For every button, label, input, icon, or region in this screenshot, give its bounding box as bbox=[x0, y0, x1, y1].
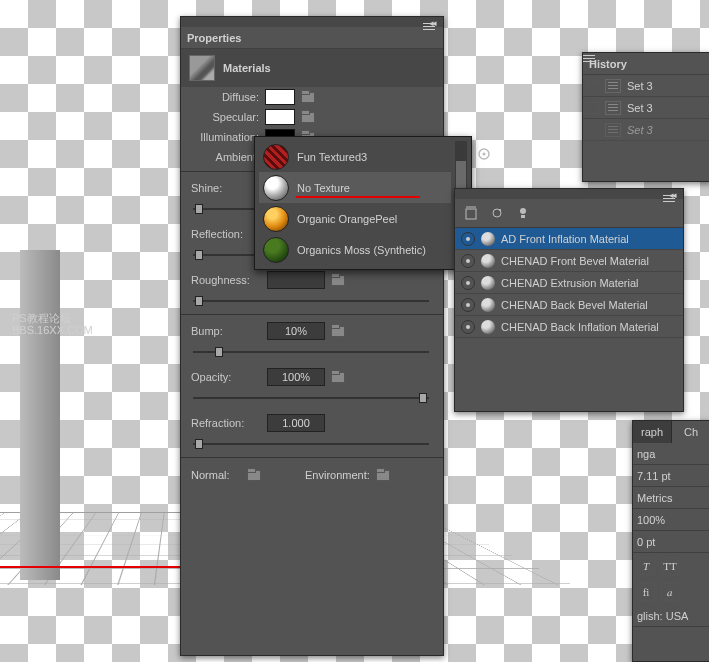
language-row[interactable]: glish: USA bbox=[633, 605, 709, 627]
watermark-line: PS教程论坛 bbox=[12, 312, 93, 324]
history-item[interactable]: Set 3 bbox=[583, 97, 709, 119]
baseline-row[interactable]: 0 pt bbox=[633, 531, 709, 553]
kerning-row[interactable]: Metrics bbox=[633, 487, 709, 509]
material-ball-icon bbox=[481, 298, 495, 312]
diffuse-label: Diffuse: bbox=[189, 91, 259, 103]
opacity-texture-icon[interactable] bbox=[331, 370, 347, 384]
material-name: CHENAD Extrusion Material bbox=[501, 277, 639, 289]
history-step-icon bbox=[605, 79, 621, 93]
eye-icon[interactable] bbox=[461, 276, 475, 290]
svg-point-5 bbox=[499, 209, 501, 211]
annotation-underline bbox=[296, 196, 420, 198]
environment-texture-icon[interactable] bbox=[376, 468, 392, 482]
type-style-row-2: fi 𝑎 bbox=[633, 579, 709, 605]
history-checkbox[interactable] bbox=[587, 102, 599, 114]
panel-menu-icon[interactable] bbox=[689, 58, 705, 70]
specular-texture-icon[interactable] bbox=[301, 110, 317, 124]
materials-icon bbox=[189, 55, 215, 81]
materials-section-header: Materials bbox=[181, 49, 443, 87]
roughness-value[interactable] bbox=[267, 271, 325, 289]
shine-label: Shine: bbox=[191, 182, 261, 194]
type-style-row: T TT bbox=[633, 553, 709, 579]
bump-label: Bump: bbox=[191, 325, 261, 337]
material-ball-icon bbox=[481, 232, 495, 246]
reflection-label: Reflection: bbox=[191, 228, 261, 240]
allcaps-button[interactable]: TT bbox=[661, 557, 679, 575]
texture-name: Fun Textured3 bbox=[297, 151, 367, 163]
ligature-button[interactable]: fi bbox=[637, 583, 655, 601]
kerning-value: Metrics bbox=[637, 492, 672, 504]
eye-icon[interactable] bbox=[461, 320, 475, 334]
history-label: Set 3 bbox=[627, 124, 653, 136]
texture-item-orange-peel[interactable]: Organic OrangePeel bbox=[259, 203, 451, 234]
material-name: CHENAD Front Bevel Material bbox=[501, 255, 649, 267]
baseline-value: 0 pt bbox=[637, 536, 655, 548]
tab-paragraph[interactable]: raph bbox=[633, 421, 672, 443]
specular-label: Specular: bbox=[189, 111, 259, 123]
history-checkbox[interactable] bbox=[587, 124, 599, 136]
tab-character[interactable]: Ch bbox=[672, 421, 709, 443]
texture-thumb bbox=[263, 206, 289, 232]
svg-rect-2 bbox=[466, 209, 476, 219]
history-item[interactable]: Set 3 bbox=[583, 75, 709, 97]
character-panel: raph Ch nga 7.11 pt Metrics 100% 0 pt T … bbox=[632, 420, 709, 662]
texture-item-no-texture[interactable]: No Texture bbox=[259, 172, 451, 203]
ambient-label: Ambient: bbox=[189, 151, 259, 163]
history-label: Set 3 bbox=[627, 80, 653, 92]
material-item-back-bevel[interactable]: CHENAD Back Bevel Material bbox=[455, 294, 683, 316]
panel-menu-icon[interactable] bbox=[663, 193, 679, 205]
specular-swatch[interactable] bbox=[265, 109, 295, 125]
material-item-front-inflation[interactable]: AD Front Inflation Material bbox=[455, 228, 683, 250]
history-step-icon bbox=[605, 123, 621, 137]
texture-item-moss[interactable]: Organics Moss (Synthetic) bbox=[259, 234, 451, 265]
refraction-value[interactable]: 1.000 bbox=[267, 414, 325, 432]
svg-point-1 bbox=[483, 153, 486, 156]
material-name: AD Front Inflation Material bbox=[501, 233, 629, 245]
diffuse-texture-icon[interactable] bbox=[301, 90, 317, 104]
eye-icon[interactable] bbox=[461, 298, 475, 312]
svg-rect-7 bbox=[521, 215, 525, 218]
eye-icon[interactable] bbox=[461, 232, 475, 246]
properties-panel: ◂◂ Properties Materials Diffuse: Specula… bbox=[180, 16, 444, 656]
eye-icon[interactable] bbox=[461, 254, 475, 268]
normal-texture-icon[interactable] bbox=[247, 468, 263, 482]
size-row[interactable]: 7.11 pt bbox=[633, 465, 709, 487]
light-icon[interactable] bbox=[515, 205, 531, 221]
roughness-texture-icon[interactable] bbox=[331, 273, 347, 287]
material-item-back-inflation[interactable]: CHENAD Back Inflation Material bbox=[455, 316, 683, 338]
history-item[interactable]: Set 3 bbox=[583, 119, 709, 141]
bump-texture-icon[interactable] bbox=[331, 324, 347, 338]
diffuse-swatch[interactable] bbox=[265, 89, 295, 105]
font-size-value: 7.11 pt bbox=[637, 470, 671, 482]
history-step-icon bbox=[605, 101, 621, 115]
texture-name: No Texture bbox=[297, 182, 350, 194]
history-checkbox[interactable] bbox=[587, 80, 599, 92]
scale-row[interactable]: 100% bbox=[633, 509, 709, 531]
texture-item-fun-textured[interactable]: Fun Textured3 bbox=[259, 141, 451, 172]
panel-title: Properties bbox=[187, 32, 241, 44]
stylistic-button[interactable]: 𝑎 bbox=[661, 583, 679, 601]
panel-menu-icon[interactable] bbox=[423, 21, 439, 33]
opacity-value[interactable]: 100% bbox=[267, 368, 325, 386]
faux-bold-button[interactable]: T bbox=[637, 557, 655, 575]
material-item-extrusion[interactable]: CHENAD Extrusion Material bbox=[455, 272, 683, 294]
opacity-slider[interactable] bbox=[193, 391, 429, 405]
texture-thumb bbox=[263, 175, 289, 201]
material-item-front-bevel[interactable]: CHENAD Front Bevel Material bbox=[455, 250, 683, 272]
delete-icon[interactable] bbox=[463, 205, 479, 221]
extruded-shape bbox=[20, 250, 60, 580]
language-value: glish: USA bbox=[637, 610, 688, 622]
bump-slider[interactable] bbox=[193, 345, 429, 359]
opacity-label: Opacity: bbox=[191, 371, 261, 383]
texture-thumb bbox=[263, 237, 289, 263]
bump-value[interactable]: 10% bbox=[267, 322, 325, 340]
font-row[interactable]: nga bbox=[633, 443, 709, 465]
material-name: CHENAD Back Bevel Material bbox=[501, 299, 648, 311]
3d-materials-panel: ◂◂ AD Front Inflation Material CHENAD Fr… bbox=[454, 188, 684, 412]
picker-settings-icon[interactable] bbox=[476, 146, 494, 164]
illumination-label: Illumination: bbox=[189, 131, 259, 143]
properties-header: Properties bbox=[181, 27, 443, 49]
render-icon[interactable] bbox=[489, 205, 505, 221]
refraction-slider[interactable] bbox=[193, 437, 429, 451]
roughness-slider[interactable] bbox=[193, 294, 429, 308]
